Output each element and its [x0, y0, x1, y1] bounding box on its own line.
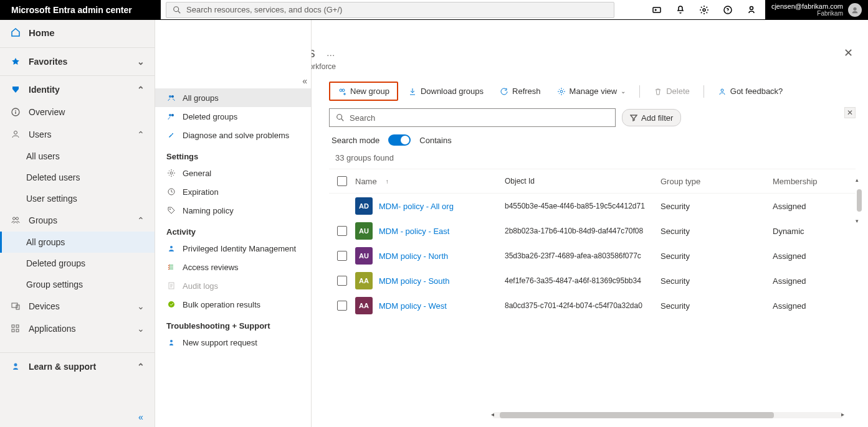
delete-button[interactable]: Delete [647, 84, 696, 98]
group-initials-icon: AU [355, 247, 373, 265]
svg-rect-16 [16, 325, 19, 327]
bn-all-groups[interactable]: All groups [155, 88, 311, 107]
user-email: cjensen@fabrikam.com [771, 2, 843, 10]
table-row[interactable]: ADMDM- policy - All orgb4550b3e-45ae-4f4… [329, 194, 856, 218]
nav-overview[interactable]: Overview [0, 101, 155, 123]
svg-line-1 [178, 11, 181, 13]
bn-bulk-results[interactable]: Bulk operation results [155, 295, 311, 314]
add-group-icon [338, 87, 346, 96]
table-row[interactable]: AUMDM - policy - East2b8b023a-17b6-410b-… [329, 218, 856, 243]
membership-cell: Dynamic [773, 227, 829, 236]
bn-pim[interactable]: Privileged Identity Management [155, 239, 311, 258]
notifications-icon[interactable] [670, 0, 690, 20]
nav-identity[interactable]: Identity ⌃ [0, 78, 155, 101]
horizontal-scrollbar[interactable]: ◂▸ [492, 412, 843, 418]
groups-table: Name↑ Object Id Group type Membership AD… [317, 165, 868, 318]
vertical-scrollbar[interactable]: ▴▾ [857, 182, 862, 219]
search-mode-toggle[interactable] [388, 134, 411, 146]
column-membership[interactable]: Membership [773, 177, 829, 186]
bn-naming[interactable]: Naming policy [155, 201, 311, 220]
group-name-link[interactable]: MDM- policy - All org [379, 202, 454, 211]
column-name[interactable]: Name↑ [355, 177, 505, 186]
svg-rect-9 [15, 111, 16, 114]
bn-diagnose[interactable]: Diagnose and solve problems [155, 126, 311, 144]
svg-point-3 [703, 9, 705, 11]
group-name-link[interactable]: MDM policy - West [379, 301, 447, 311]
nav-users[interactable]: Users ⌃ [0, 123, 155, 146]
svg-rect-18 [16, 329, 19, 332]
nav-devices[interactable]: Devices ⌄ [0, 295, 155, 317]
table-row[interactable]: AAMDM policy - West8a0cd375-c701-42f4-b0… [329, 293, 856, 318]
row-checkbox[interactable] [329, 301, 355, 311]
refresh-button[interactable]: Refresh [494, 84, 547, 98]
nav-learn-support[interactable]: Learn & support ⌃ [0, 355, 155, 378]
nav-deleted-users[interactable]: Deleted users [0, 167, 155, 188]
nav-favorites[interactable]: Favorites ⌄ [0, 50, 155, 73]
close-panel-button[interactable]: ✕ [844, 107, 856, 118]
add-filter-button[interactable]: Add filter [622, 109, 681, 126]
content-area: New group Download groups Refresh Manage… [312, 20, 868, 427]
manage-view-button[interactable]: Manage view ⌄ [551, 84, 632, 98]
row-checkbox[interactable] [329, 276, 355, 286]
collapse-blade-icon[interactable]: « [302, 76, 307, 86]
nav-all-groups[interactable]: All groups [0, 232, 155, 253]
group-type-cell: Security [661, 227, 773, 236]
table-header: Name↑ Object Id Group type Membership [329, 169, 856, 194]
filter-icon [630, 114, 637, 121]
user-account-area[interactable]: cjensen@fabrikam.com Fabrikam [765, 0, 868, 20]
group-name-link[interactable]: MDM - policy - East [379, 227, 449, 236]
home-icon [10, 27, 21, 38]
list-search-input[interactable]: Search [329, 108, 616, 127]
nav-deleted-groups[interactable]: Deleted groups [0, 253, 155, 274]
column-group-type[interactable]: Group type [661, 177, 773, 186]
settings-icon[interactable] [694, 0, 714, 20]
feedback-button[interactable]: Got feedback? [712, 84, 789, 98]
nav-group-settings[interactable]: Group settings [0, 274, 155, 295]
collapse-leftnav-icon[interactable]: « [138, 412, 143, 422]
bn-new-request[interactable]: New support request [155, 333, 311, 352]
bn-deleted-groups[interactable]: Deleted groups [155, 107, 311, 126]
svg-point-0 [174, 6, 179, 11]
bn-expiration[interactable]: Expiration [155, 182, 311, 201]
row-checkbox[interactable] [329, 251, 355, 261]
nav-user-settings[interactable]: User settings [0, 188, 155, 209]
chevron-up-icon: ⌃ [137, 215, 145, 225]
cloud-shell-icon[interactable] [647, 0, 667, 20]
nav-home[interactable]: Home [0, 20, 155, 45]
row-checkbox[interactable] [329, 226, 355, 236]
nav-applications[interactable]: Applications ⌄ [0, 317, 155, 340]
svg-point-19 [14, 364, 17, 367]
new-group-button[interactable]: New group [329, 82, 398, 101]
svg-point-31 [168, 301, 174, 307]
global-search-input[interactable]: Search resources, services, and docs (G+… [166, 2, 614, 18]
nav-all-users[interactable]: All users [0, 146, 155, 167]
feedback-icon[interactable] [742, 0, 761, 20]
search-mode-row: Search mode Contains [317, 129, 868, 151]
global-search-placeholder: Search resources, services, and docs (G+… [186, 5, 342, 14]
group-initials-icon: AU [355, 222, 373, 240]
chevron-down-icon: ⌄ [137, 324, 145, 334]
nav-groups[interactable]: Groups ⌃ [0, 209, 155, 232]
identity-icon [10, 84, 21, 95]
table-row[interactable]: AUMDM policy - North35d3ba26-23f7-4689-a… [329, 243, 856, 268]
download-groups-button[interactable]: Download groups [402, 84, 490, 98]
bn-access-reviews[interactable]: Access reviews [155, 258, 311, 276]
help-icon[interactable] [718, 0, 738, 20]
bulk-icon [166, 299, 176, 309]
results-count: 33 groups found [317, 151, 868, 165]
group-name-link[interactable]: MDM policy - North [379, 251, 448, 261]
clock-icon [166, 187, 176, 197]
groups-icon [166, 93, 176, 103]
select-all-checkbox[interactable] [329, 176, 355, 186]
left-navigation: Home Favorites ⌄ Identity ⌃ Overview Use… [0, 20, 155, 427]
group-initials-icon: AD [355, 197, 373, 215]
group-name-link[interactable]: MDM policy - South [379, 276, 449, 286]
column-object-id[interactable]: Object Id [505, 177, 661, 185]
table-row[interactable]: AAMDM policy - South4ef1fe76-3a35-4847-a… [329, 268, 856, 293]
user-org: Fabrikam [771, 10, 843, 17]
feedback-icon [718, 87, 727, 96]
search-icon [173, 6, 181, 14]
bn-general[interactable]: General [155, 164, 311, 182]
avatar [848, 3, 862, 17]
membership-cell: Assigned [773, 276, 829, 286]
